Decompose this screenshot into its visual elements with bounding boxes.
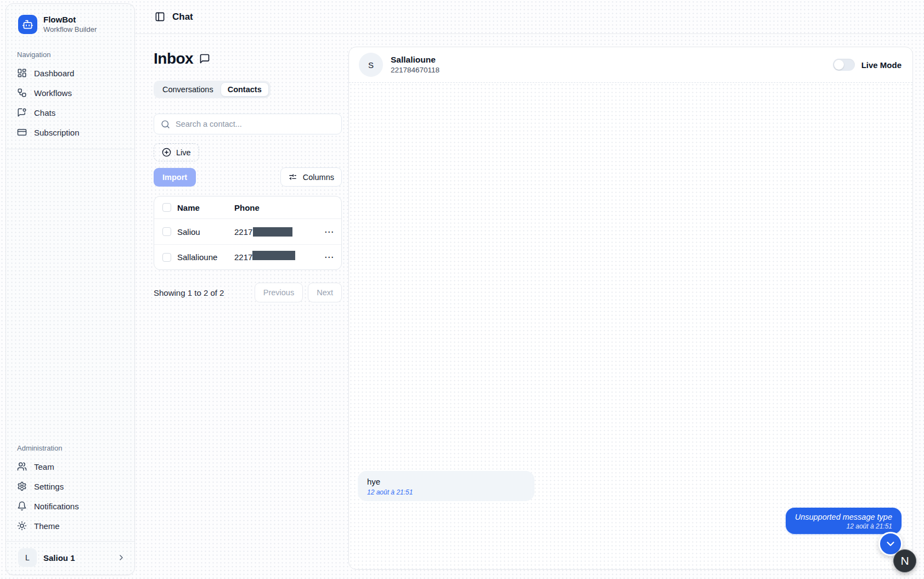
- bell-icon: [17, 501, 27, 511]
- credit-card-icon: [17, 127, 27, 137]
- message-timestamp: 12 août à 21:51: [367, 488, 525, 496]
- chevron-right-icon: [117, 553, 126, 562]
- phone-redaction: 84670118: [253, 252, 294, 262]
- chats-icon: [17, 108, 27, 117]
- inbox-tabs: Conversations Contacts: [154, 81, 271, 98]
- nextjs-devtools-badge[interactable]: N: [893, 549, 916, 572]
- tab-conversations[interactable]: Conversations: [155, 82, 221, 97]
- row-actions-button[interactable]: ⋯: [324, 252, 334, 262]
- row-checkbox[interactable]: [162, 253, 171, 262]
- sidebar: FlowBot Workflow Builder Navigation Dash…: [5, 3, 135, 575]
- sidebar-item-subscription[interactable]: Subscription: [6, 122, 134, 142]
- column-header-name: Name: [177, 203, 234, 212]
- live-button[interactable]: Live: [154, 143, 199, 161]
- sliders-icon: [288, 172, 297, 182]
- chat-contact-name: Sallalioune: [391, 54, 440, 65]
- sidebar-item-chats[interactable]: Chats: [6, 103, 134, 122]
- users-icon: [17, 462, 27, 471]
- table-row[interactable]: Sallalioune 221784670118 ⋯: [154, 244, 341, 269]
- app-name: FlowBot: [43, 15, 97, 25]
- inbox-column: Inbox Conversations Contacts Live: [154, 47, 342, 302]
- contacts-table: Name Phone Saliou 2217 ⋯ Sallal: [154, 196, 342, 270]
- chat-messages: hye 12 août à 21:51 Unsupported message …: [349, 83, 912, 569]
- message-text: Unsupported message type: [795, 513, 892, 521]
- user-avatar: L: [18, 548, 37, 567]
- brand: FlowBot Workflow Builder: [6, 4, 134, 42]
- columns-button[interactable]: Columns: [280, 167, 342, 187]
- sidebar-item-workflows[interactable]: Workflows: [6, 83, 134, 103]
- chat-header: S Sallalioune 221784670118 Live Mode: [349, 47, 912, 83]
- sidebar-user-row[interactable]: L Saliou 1: [6, 541, 134, 575]
- robot-icon: [22, 19, 33, 30]
- sidebar-item-notifications[interactable]: Notifications: [6, 496, 134, 516]
- dashboard-icon: [17, 68, 27, 78]
- page-title: Chat: [172, 12, 193, 23]
- table-header-row: Name Phone: [154, 196, 341, 219]
- contact-phone-cell: 221784670118: [234, 252, 317, 262]
- sidebar-item-settings[interactable]: Settings: [6, 476, 134, 496]
- contact-search: [154, 114, 342, 134]
- workflow-icon: [17, 88, 27, 98]
- previous-button[interactable]: Previous: [255, 283, 303, 302]
- next-button[interactable]: Next: [308, 283, 342, 302]
- message-square-icon: [199, 53, 210, 64]
- contact-name-cell: Saliou: [177, 227, 234, 237]
- tab-contacts[interactable]: Contacts: [221, 82, 269, 97]
- search-icon: [161, 120, 170, 129]
- sidebar-item-dashboard[interactable]: Dashboard: [6, 63, 134, 83]
- import-button[interactable]: Import: [154, 168, 196, 187]
- sidebar-item-label: Team: [34, 462, 54, 471]
- sidebar-item-label: Notifications: [34, 502, 79, 511]
- message-timestamp: 12 août à 21:51: [795, 522, 892, 530]
- flowbot-logo: [18, 15, 37, 34]
- inbox-title: Inbox: [154, 50, 193, 68]
- nextjs-n-icon: N: [900, 554, 909, 567]
- chat-panel: S Sallalioune 221784670118 Live Mode hye…: [348, 47, 913, 570]
- chevron-down-icon: [884, 538, 897, 550]
- pagination: Showing 1 to 2 of 2 Previous Next: [154, 283, 342, 302]
- phone-redaction: [253, 227, 292, 237]
- sidebar-item-team[interactable]: Team: [6, 457, 134, 476]
- live-mode-toggle[interactable]: [833, 59, 855, 71]
- search-input[interactable]: [176, 120, 335, 128]
- select-all-checkbox[interactable]: [162, 203, 171, 212]
- contact-name-cell: Sallalioune: [177, 252, 234, 262]
- pagination-summary: Showing 1 to 2 of 2: [154, 288, 224, 297]
- row-checkbox[interactable]: [162, 227, 171, 236]
- table-row[interactable]: Saliou 2217 ⋯: [154, 219, 341, 244]
- toggle-knob: [834, 60, 844, 70]
- sidebar-item-label: Workflows: [34, 88, 72, 98]
- admin-section-label: Administration: [6, 444, 134, 452]
- panel-left-icon[interactable]: [155, 12, 165, 22]
- main-area: Chat Inbox Conversations Contacts: [135, 0, 924, 579]
- sidebar-item-label: Theme: [34, 521, 60, 531]
- message-bubble-outgoing: Unsupported message type 12 août à 21:51: [786, 508, 902, 534]
- topbar: Chat: [135, 0, 924, 34]
- nav-section-label: Navigation: [6, 50, 134, 59]
- sun-icon: [17, 521, 27, 531]
- sidebar-item-label: Dashboard: [34, 69, 74, 78]
- gear-icon: [17, 481, 27, 491]
- sidebar-item-label: Subscription: [34, 128, 80, 137]
- message-text: hye: [367, 477, 525, 486]
- column-header-phone: Phone: [234, 203, 317, 212]
- contact-phone-cell: 2217: [234, 227, 317, 237]
- live-mode-label: Live Mode: [861, 60, 902, 70]
- sidebar-item-label: Chats: [34, 108, 55, 117]
- contact-avatar: S: [359, 53, 383, 77]
- sidebar-item-theme[interactable]: Theme: [6, 516, 134, 536]
- user-name: Saliou 1: [43, 553, 110, 563]
- chat-contact-phone: 221784670118: [391, 65, 440, 75]
- message-bubble-incoming: hye 12 août à 21:51: [358, 471, 534, 501]
- row-actions-button[interactable]: ⋯: [324, 227, 334, 237]
- sidebar-item-label: Settings: [34, 482, 64, 491]
- app-subtitle: Workflow Builder: [43, 25, 97, 34]
- plus-circle-icon: [162, 148, 171, 157]
